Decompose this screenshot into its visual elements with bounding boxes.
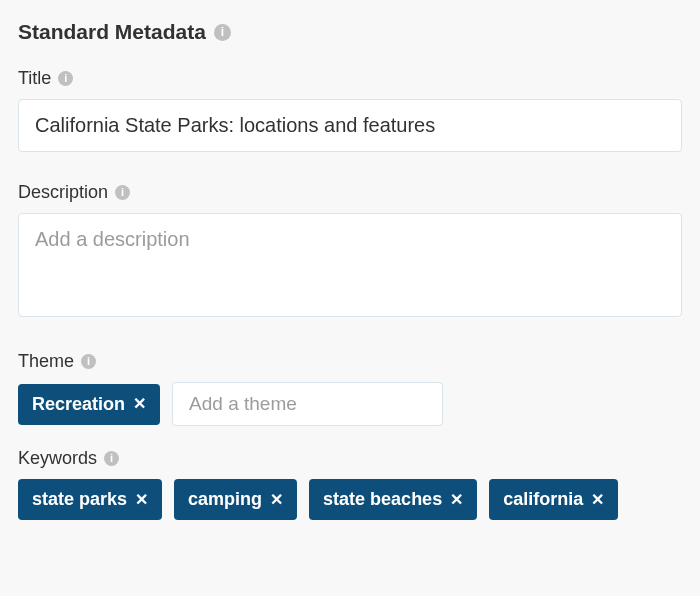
keywords-field-group: Keywords i state parks ✕ camping ✕ state… bbox=[18, 448, 682, 520]
section-header-text: Standard Metadata bbox=[18, 20, 206, 44]
theme-tag-label: Recreation bbox=[32, 394, 125, 415]
keyword-tag[interactable]: state parks ✕ bbox=[18, 479, 162, 520]
title-input[interactable] bbox=[18, 99, 682, 152]
description-field-group: Description i bbox=[18, 182, 682, 321]
keywords-label-text: Keywords bbox=[18, 448, 97, 469]
keyword-tag-label: state parks bbox=[32, 489, 127, 510]
theme-tag[interactable]: Recreation ✕ bbox=[18, 384, 160, 425]
info-icon[interactable]: i bbox=[81, 354, 96, 369]
section-header: Standard Metadata i bbox=[18, 20, 682, 44]
theme-label: Theme i bbox=[18, 351, 682, 372]
close-icon[interactable]: ✕ bbox=[135, 492, 148, 508]
keywords-label: Keywords i bbox=[18, 448, 682, 469]
theme-field-group: Theme i Recreation ✕ bbox=[18, 351, 682, 426]
close-icon[interactable]: ✕ bbox=[270, 492, 283, 508]
theme-label-text: Theme bbox=[18, 351, 74, 372]
close-icon[interactable]: ✕ bbox=[450, 492, 463, 508]
info-icon[interactable]: i bbox=[214, 24, 231, 41]
keywords-tag-row: state parks ✕ camping ✕ state beaches ✕ … bbox=[18, 479, 682, 520]
info-icon[interactable]: i bbox=[115, 185, 130, 200]
theme-input[interactable] bbox=[172, 382, 443, 426]
keyword-tag-label: camping bbox=[188, 489, 262, 510]
info-icon[interactable]: i bbox=[58, 71, 73, 86]
keyword-tag[interactable]: california ✕ bbox=[489, 479, 618, 520]
title-label-text: Title bbox=[18, 68, 51, 89]
title-field-group: Title i bbox=[18, 68, 682, 152]
keyword-tag-label: california bbox=[503, 489, 583, 510]
keyword-tag-label: state beaches bbox=[323, 489, 442, 510]
keyword-tag[interactable]: state beaches ✕ bbox=[309, 479, 477, 520]
description-label-text: Description bbox=[18, 182, 108, 203]
theme-tag-row: Recreation ✕ bbox=[18, 382, 682, 426]
description-label: Description i bbox=[18, 182, 682, 203]
close-icon[interactable]: ✕ bbox=[133, 396, 146, 412]
title-label: Title i bbox=[18, 68, 682, 89]
keyword-tag[interactable]: camping ✕ bbox=[174, 479, 297, 520]
info-icon[interactable]: i bbox=[104, 451, 119, 466]
close-icon[interactable]: ✕ bbox=[591, 492, 604, 508]
description-input[interactable] bbox=[18, 213, 682, 317]
